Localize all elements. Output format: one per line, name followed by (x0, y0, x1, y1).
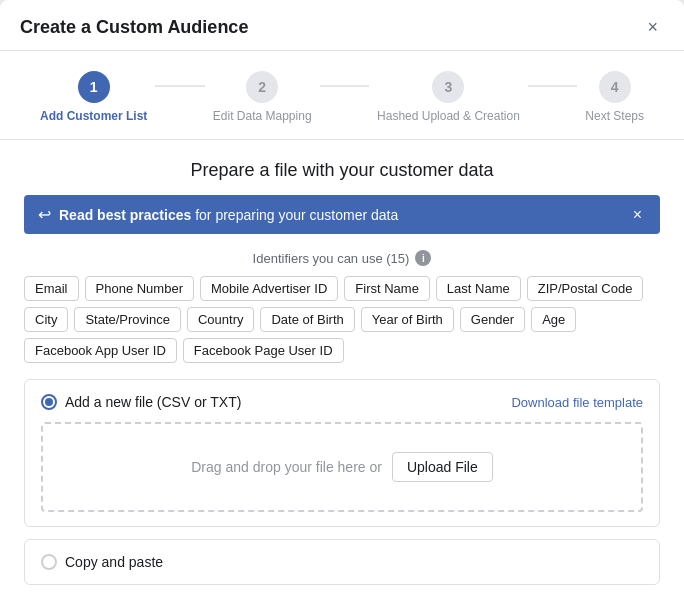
drop-zone-text: Drag and drop your file here or (191, 459, 382, 475)
tag-city: City (24, 307, 68, 332)
info-banner: ↩ Read best practices for preparing your… (24, 195, 660, 234)
stepper: 1 Add Customer List 2 Edit Data Mapping … (0, 51, 684, 140)
tag-zip: ZIP/Postal Code (527, 276, 644, 301)
step-2-circle: 2 (246, 71, 278, 103)
banner-close-button[interactable]: × (629, 206, 646, 224)
step-3-label: Hashed Upload & Creation (377, 109, 520, 123)
step-4: 4 Next Steps (585, 71, 644, 123)
drop-zone[interactable]: Drag and drop your file here or Upload F… (41, 422, 643, 512)
radio-inner (45, 398, 53, 406)
second-option-text: Copy and paste (65, 554, 163, 570)
tag-gender: Gender (460, 307, 525, 332)
tags-container: Email Phone Number Mobile Advertiser ID … (24, 276, 660, 363)
step-connector-1-2 (155, 85, 204, 87)
upload-option-label: Add a new file (CSV or TXT) (65, 394, 241, 410)
modal-body: Prepare a file with your customer data ↩… (0, 140, 684, 608)
second-option: Copy and paste (24, 539, 660, 585)
step-2-label: Edit Data Mapping (213, 109, 312, 123)
section-title: Prepare a file with your customer data (24, 160, 660, 181)
identifiers-row: Identifiers you can use (15) i (24, 250, 660, 266)
step-4-circle: 4 (599, 71, 631, 103)
upload-file-button[interactable]: Upload File (392, 452, 493, 482)
step-connector-3-4 (528, 85, 577, 87)
tag-age: Age (531, 307, 576, 332)
tag-fb-page-user: Facebook Page User ID (183, 338, 344, 363)
step-connector-2-3 (320, 85, 369, 87)
upload-section: Add a new file (CSV or TXT) Download fil… (24, 379, 660, 527)
tag-first-name: First Name (344, 276, 430, 301)
tag-phone: Phone Number (85, 276, 194, 301)
info-icon[interactable]: i (415, 250, 431, 266)
tag-state: State/Province (74, 307, 181, 332)
upload-header-left: Add a new file (CSV or TXT) (41, 394, 241, 410)
step-3-circle: 3 (432, 71, 464, 103)
close-button[interactable]: × (641, 16, 664, 38)
modal-title: Create a Custom Audience (20, 17, 248, 38)
download-template-link[interactable]: Download file template (511, 395, 643, 410)
upload-header: Add a new file (CSV or TXT) Download fil… (41, 394, 643, 410)
step-1-label: Add Customer List (40, 109, 147, 123)
tag-fb-app-user: Facebook App User ID (24, 338, 177, 363)
modal-header: Create a Custom Audience × (0, 0, 684, 51)
tag-country: Country (187, 307, 255, 332)
tag-last-name: Last Name (436, 276, 521, 301)
tag-dob: Date of Birth (260, 307, 354, 332)
tag-email: Email (24, 276, 79, 301)
tag-mobile-advertiser: Mobile Advertiser ID (200, 276, 338, 301)
step-3: 3 Hashed Upload & Creation (377, 71, 520, 123)
banner-icon: ↩ (38, 205, 51, 224)
upload-radio[interactable] (41, 394, 57, 410)
create-audience-modal: Create a Custom Audience × 1 Add Custome… (0, 0, 684, 608)
step-4-label: Next Steps (585, 109, 644, 123)
identifiers-label: Identifiers you can use (15) (253, 251, 410, 266)
step-1-circle: 1 (78, 71, 110, 103)
second-option-radio[interactable] (41, 554, 57, 570)
banner-bold: Read best practices for preparing your c… (59, 207, 398, 223)
step-2: 2 Edit Data Mapping (213, 71, 312, 123)
step-1: 1 Add Customer List (40, 71, 147, 123)
banner-text: ↩ Read best practices for preparing your… (38, 205, 398, 224)
tag-yob: Year of Birth (361, 307, 454, 332)
